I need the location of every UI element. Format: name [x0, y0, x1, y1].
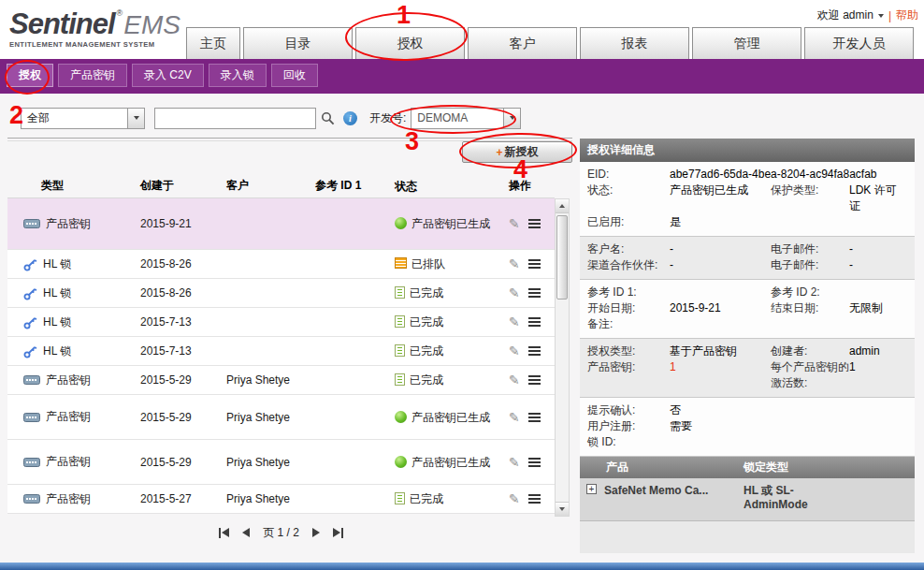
user-menu-caret-icon[interactable]: [878, 14, 884, 18]
remarks-label: 备注:: [587, 316, 670, 332]
welcome-bar: 欢迎 admin | 帮助: [817, 7, 918, 23]
product-keys-value: 1: [670, 359, 771, 375]
edit-icon[interactable]: ✎: [509, 373, 520, 387]
last-page-icon[interactable]: [333, 528, 343, 538]
actions-menu-icon[interactable]: [528, 375, 541, 385]
col-actions: 操作: [503, 178, 555, 194]
tab-customers[interactable]: 客户: [468, 27, 577, 59]
table-row[interactable]: 产品密钥 2015-5-29 Priya Shetye 产品密钥已生成 ✎: [7, 440, 555, 485]
vertical-scrollbar[interactable]: [555, 198, 570, 517]
tab-administration[interactable]: 管理: [692, 27, 801, 59]
product-key-icon: [23, 493, 40, 504]
type-cell: 产品密钥: [7, 373, 138, 388]
first-page-icon[interactable]: [219, 528, 229, 538]
scroll-down-icon[interactable]: [556, 502, 569, 516]
expand-icon[interactable]: +: [586, 484, 597, 494]
edit-icon[interactable]: ✎: [509, 315, 520, 329]
hl-lock-icon: [23, 315, 37, 329]
type-label: 产品密钥: [46, 491, 91, 507]
page-indicator: 页 1 / 2: [263, 525, 299, 541]
eid-value: abe77ad6-65da-4bea-8204-ac94fa8acfab: [670, 167, 907, 183]
completed-status-icon: [395, 286, 405, 299]
search-input[interactable]: [154, 108, 316, 129]
activations-per-key-value: 1: [849, 359, 907, 375]
actions-menu-icon[interactable]: [528, 288, 541, 298]
details-panel-title: 授权详细信息: [580, 139, 915, 162]
edit-icon[interactable]: ✎: [509, 492, 520, 505]
col-created: 创建于: [138, 178, 224, 194]
table-row[interactable]: HL 锁 2015-7-13 已完成 ✎: [7, 337, 555, 366]
table-row[interactable]: HL 锁 2015-8-26 已完成 ✎: [7, 279, 555, 308]
start-date-label: 开始日期:: [587, 300, 670, 316]
activations-per-key-label: 每个产品密钥的激活数:: [771, 359, 849, 391]
product-keys-label: 产品密钥:: [587, 359, 670, 375]
hl-lock-icon: [23, 257, 37, 271]
next-page-icon[interactable]: [312, 528, 320, 537]
search-icon[interactable]: [321, 111, 335, 125]
scroll-thumb[interactable]: [556, 215, 568, 300]
status-label: 产品密钥已生成: [411, 455, 490, 470]
actions-menu-icon[interactable]: [528, 346, 541, 356]
product-key-icon: [23, 374, 40, 386]
status-cell: 已排队: [393, 256, 503, 271]
filter-select[interactable]: 全部: [21, 108, 145, 129]
email-label: 电子邮件:: [771, 241, 849, 257]
status-label: 已完成: [410, 285, 443, 300]
subtab-product-keys[interactable]: 产品密钥: [58, 64, 127, 87]
status-cell: 产品密钥已生成: [393, 410, 503, 425]
status-cell: 已完成: [393, 314, 503, 329]
filter-select-caret-icon[interactable]: [127, 109, 144, 128]
actions-menu-icon[interactable]: [528, 317, 541, 327]
user-registration-value: 需要: [670, 418, 771, 434]
sentinel-ems-app: Sentinel ® EMS ENTITLEMENT MANAGEMENT SY…: [0, 0, 924, 570]
developer-id-label: 开发号:: [369, 110, 406, 126]
status-label: 产品密钥已生成: [411, 216, 490, 231]
ref-id1-label: 参考 ID 1:: [587, 285, 670, 300]
edit-icon[interactable]: ✎: [509, 344, 520, 358]
tab-entitlements[interactable]: 授权: [355, 27, 465, 59]
product-name: SafeNet Memo Ca...: [604, 484, 709, 498]
created-cell: 2015-9-21: [138, 217, 224, 230]
actions-menu-icon[interactable]: [528, 458, 541, 467]
developer-id-caret-icon[interactable]: [503, 109, 520, 128]
help-link[interactable]: 帮助: [896, 7, 918, 23]
user-registration-label: 用户注册:: [587, 418, 670, 434]
actions-menu-icon[interactable]: [528, 494, 541, 504]
developer-id-select[interactable]: DEMOMA: [411, 108, 521, 129]
actions-cell: ✎: [503, 373, 555, 387]
subtab-checkin-lock[interactable]: 录入锁: [209, 64, 267, 87]
tab-reports[interactable]: 报表: [580, 27, 689, 59]
edit-icon[interactable]: ✎: [509, 286, 520, 300]
actions-cell: ✎: [503, 344, 555, 358]
new-entitlement-button[interactable]: + 新授权: [462, 141, 572, 163]
edit-icon[interactable]: ✎: [509, 257, 520, 270]
ref-id2-label: 参考 ID 2:: [771, 285, 849, 300]
table-row[interactable]: 产品密钥 2015-5-27 Priya Shetye 已完成 ✎: [7, 485, 555, 514]
table-row[interactable]: 产品密钥 2015-5-29 Priya Shetye 产品密钥已生成 ✎: [7, 395, 555, 440]
subtab-entitlements[interactable]: 授权: [7, 64, 53, 87]
tab-developers[interactable]: 开发人员: [804, 27, 914, 59]
subtab-checkin-c2v[interactable]: 录入 C2V: [132, 64, 204, 87]
tab-catalog[interactable]: 目录: [243, 27, 353, 59]
actions-menu-icon[interactable]: [528, 413, 541, 422]
edit-icon[interactable]: ✎: [509, 411, 520, 424]
table-row[interactable]: 产品密钥 2015-5-29 Priya Shetye 已完成 ✎: [7, 366, 555, 395]
edit-icon[interactable]: ✎: [509, 217, 520, 230]
info-icon[interactable]: i: [343, 111, 357, 125]
subtab-recycle[interactable]: 回收: [271, 64, 318, 87]
previous-page-icon[interactable]: [242, 528, 250, 537]
type-cell: 产品密钥: [7, 491, 138, 507]
scroll-up-icon[interactable]: [556, 199, 569, 213]
table-row[interactable]: 产品密钥 2015-9-21 产品密钥已生成 ✎: [7, 198, 555, 250]
actions-menu-icon[interactable]: [528, 219, 541, 228]
tab-home[interactable]: 主页: [186, 27, 240, 59]
customer-cell: Priya Shetye: [224, 411, 313, 424]
actions-menu-icon[interactable]: [528, 259, 541, 269]
edit-icon[interactable]: ✎: [509, 456, 520, 469]
main-nav: 主页 目录 授权 客户 报表 管理 开发人员: [186, 27, 914, 59]
table-row[interactable]: HL 锁 2015-7-13 已完成 ✎: [7, 308, 555, 337]
welcome-text: 欢迎 admin: [817, 7, 873, 23]
completed-status-icon: [395, 373, 405, 386]
product-row[interactable]: + SafeNet Memo Ca... HL 或 SL-AdminMode: [580, 478, 915, 521]
table-row[interactable]: HL 锁 2015-8-26 已排队 ✎: [7, 250, 555, 279]
